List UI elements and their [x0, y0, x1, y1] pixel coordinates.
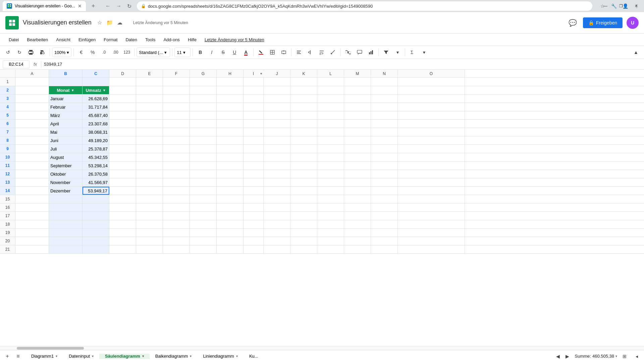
cell-a20[interactable]: [15, 237, 49, 245]
cell-h13[interactable]: [217, 178, 244, 186]
cell-e11[interactable]: [136, 162, 163, 170]
cell-n17[interactable]: [371, 212, 398, 220]
cell-h4[interactable]: [217, 103, 244, 111]
zoom-dropdown[interactable]: 100% ▾: [52, 48, 71, 57]
cell-n2[interactable]: [371, 86, 398, 94]
filter-arrow-btn[interactable]: ▾: [392, 47, 403, 58]
cell-n16[interactable]: [371, 203, 398, 212]
menu-bearbeiten[interactable]: Bearbeiten: [23, 36, 51, 44]
cell-a21[interactable]: [15, 245, 49, 253]
cell-i4[interactable]: [244, 103, 264, 111]
cell-m15[interactable]: [344, 195, 371, 203]
cell-n20[interactable]: [371, 237, 398, 245]
cell-m16[interactable]: [344, 203, 371, 212]
cell-b20[interactable]: [49, 237, 83, 245]
cell-n13[interactable]: [371, 178, 398, 186]
cell-b2-monat[interactable]: Monat ▼: [49, 86, 83, 94]
share-button[interactable]: 🔒 Freigeben: [583, 17, 623, 28]
cell-o19[interactable]: [398, 229, 465, 237]
refresh-btn[interactable]: ↻: [125, 1, 134, 11]
cell-o3[interactable]: [398, 95, 465, 103]
cell-e10[interactable]: [136, 153, 163, 161]
cell-e18[interactable]: [136, 220, 163, 228]
cell-j18[interactable]: [264, 220, 290, 228]
menu-hilfe[interactable]: Hilfe: [184, 36, 200, 44]
cell-b13[interactable]: November: [49, 178, 83, 186]
cell-g15[interactable]: [190, 195, 217, 203]
cell-g17[interactable]: [190, 212, 217, 220]
cell-h20[interactable]: [217, 237, 244, 245]
cell-h17[interactable]: [217, 212, 244, 220]
cell-i20[interactable]: [244, 237, 264, 245]
cell-b14[interactable]: Dezember: [49, 187, 83, 195]
valign-btn[interactable]: [305, 47, 316, 58]
bold-btn[interactable]: B: [195, 47, 206, 58]
cell-m18[interactable]: [344, 220, 371, 228]
cell-c6[interactable]: 23.307,68: [83, 120, 109, 128]
cell-f3[interactable]: [163, 95, 190, 103]
cell-j10[interactable]: [264, 153, 290, 161]
cell-j5[interactable]: [264, 111, 290, 119]
cell-m12[interactable]: [344, 170, 371, 178]
cell-f15[interactable]: [163, 195, 190, 203]
cell-l15[interactable]: [317, 195, 344, 203]
cell-j14[interactable]: [264, 187, 290, 195]
cell-a2[interactable]: [15, 86, 49, 94]
cell-n7[interactable]: [371, 128, 398, 136]
cell-c7[interactable]: 38.068,31: [83, 128, 109, 136]
cell-l16[interactable]: [317, 203, 344, 212]
cell-i15[interactable]: [244, 195, 264, 203]
cell-a8[interactable]: [15, 136, 49, 144]
cell-b19[interactable]: [49, 229, 83, 237]
cell-d20[interactable]: [109, 237, 136, 245]
cell-e21[interactable]: [136, 245, 163, 253]
cell-e6[interactable]: [136, 120, 163, 128]
cell-a12[interactable]: [15, 170, 49, 178]
cell-f19[interactable]: [163, 229, 190, 237]
cell-b4[interactable]: Februar: [49, 103, 83, 111]
cell-e5[interactable]: [136, 111, 163, 119]
cell-o10[interactable]: [398, 153, 465, 161]
cell-f12[interactable]: [163, 170, 190, 178]
cell-m2[interactable]: [344, 86, 371, 94]
cell-g7[interactable]: [190, 128, 217, 136]
cell-k7[interactable]: [290, 128, 317, 136]
cell-h11[interactable]: [217, 162, 244, 170]
cell-e13[interactable]: [136, 178, 163, 186]
menu-ansicht[interactable]: Ansicht: [53, 36, 74, 44]
cell-o7[interactable]: [398, 128, 465, 136]
cell-o5[interactable]: [398, 111, 465, 119]
cell-f21[interactable]: [163, 245, 190, 253]
cell-k6[interactable]: [290, 120, 317, 128]
cell-d14[interactable]: [109, 187, 136, 195]
cell-i16[interactable]: [244, 203, 264, 212]
cell-a16[interactable]: [15, 203, 49, 212]
row-num-12[interactable]: 12: [0, 170, 15, 178]
cell-f8[interactable]: [163, 136, 190, 144]
cell-g21[interactable]: [190, 245, 217, 253]
sheet-tab-ku[interactable]: Ku...: [244, 354, 264, 359]
cell-a11[interactable]: [15, 162, 49, 170]
cell-d5[interactable]: [109, 111, 136, 119]
cell-c3[interactable]: 26.628,69: [83, 95, 109, 103]
cell-d11[interactable]: [109, 162, 136, 170]
cell-i11[interactable]: [244, 162, 264, 170]
cell-c21[interactable]: [83, 245, 109, 253]
cell-k19[interactable]: [290, 229, 317, 237]
new-tab-btn[interactable]: +: [89, 1, 98, 11]
menu-daten[interactable]: Daten: [122, 36, 141, 44]
cell-l7[interactable]: [317, 128, 344, 136]
functions-btn[interactable]: Σ: [407, 47, 418, 58]
col-header-h[interactable]: H: [217, 70, 244, 77]
cell-o14[interactable]: [398, 187, 465, 195]
tab-close-btn[interactable]: ✕: [78, 3, 82, 9]
cell-b11[interactable]: September: [49, 162, 83, 170]
user-avatar[interactable]: U: [627, 17, 639, 29]
col-header-e[interactable]: E: [136, 70, 163, 77]
cell-g14[interactable]: [190, 187, 217, 195]
cell-f1[interactable]: [163, 78, 190, 86]
cell-k11[interactable]: [290, 162, 317, 170]
cell-k17[interactable]: [290, 212, 317, 220]
cell-m7[interactable]: [344, 128, 371, 136]
cell-c14[interactable]: 53.949,17: [83, 187, 109, 195]
